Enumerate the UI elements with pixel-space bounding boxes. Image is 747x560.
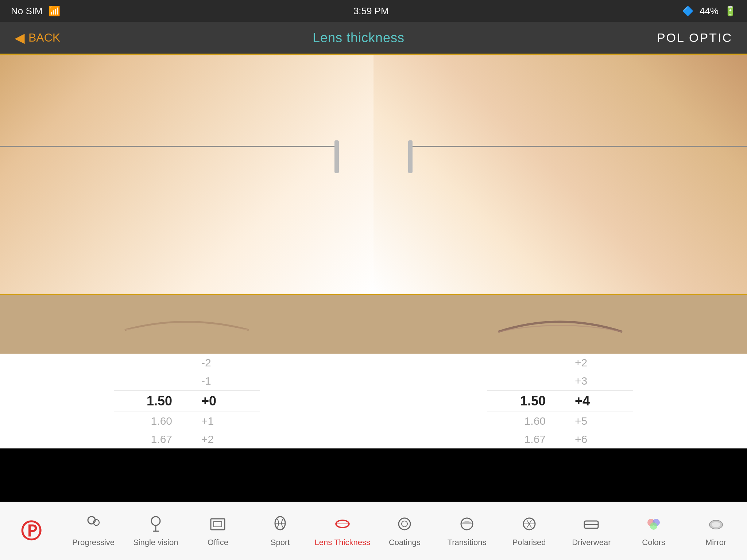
back-arrow-icon: ◀	[15, 30, 25, 46]
tab-mirror[interactable]: Mirror	[685, 502, 747, 560]
picker-row-left-below-1[interactable]: 1.60 +1	[114, 412, 260, 430]
face-image-area	[0, 55, 747, 295]
lens-shape-right-svg	[487, 310, 633, 339]
picker-row-right-selected[interactable]: 1.50 +4	[487, 390, 633, 412]
tab-progressive[interactable]: Progressive	[62, 502, 125, 560]
glasses-arm-left	[0, 146, 337, 147]
carrier-label: No SIM	[11, 5, 43, 17]
face-left	[0, 55, 374, 294]
lens-shape-left	[0, 295, 374, 354]
colors-icon	[645, 515, 663, 536]
tab-lens-thickness-label: Lens Thickness	[314, 538, 370, 547]
driverwear-icon	[582, 515, 600, 536]
picker-row-left-below-2[interactable]: 1.67 +2	[114, 430, 260, 448]
tab-sport-label: Sport	[271, 538, 290, 547]
tab-coatings-label: Coatings	[389, 538, 421, 547]
svg-point-2	[151, 517, 160, 525]
tab-mirror-label: Mirror	[705, 538, 726, 547]
tab-office[interactable]: Office	[187, 502, 249, 560]
tab-sport[interactable]: Sport	[249, 502, 311, 560]
picker-row-right-above-2[interactable]: +3	[487, 372, 633, 390]
nav-bar: ◀ BACK Lens thickness POL OPTIC	[0, 22, 747, 55]
tab-colors-label: Colors	[642, 538, 665, 547]
transitions-icon	[458, 515, 476, 536]
tab-polarised-label: Polarised	[512, 538, 546, 547]
picker-row-left-above-2[interactable]: -1	[114, 372, 260, 390]
page-title: Lens thickness	[313, 30, 405, 46]
brand-logo: POL OPTIC	[657, 31, 732, 45]
sport-icon	[272, 515, 288, 536]
tab-single-vision-label: Single vision	[133, 538, 178, 547]
tab-single-vision[interactable]: Single vision	[124, 502, 187, 560]
tab-driverwear-label: Driverwear	[572, 538, 611, 547]
lens-thickness-icon	[333, 515, 352, 536]
time-label: 3:59 PM	[353, 5, 389, 16]
coatings-icon	[396, 515, 413, 536]
bluetooth-icon: 🔷	[682, 5, 694, 17]
tab-colors[interactable]: Colors	[623, 502, 685, 560]
progressive-icon	[84, 515, 102, 536]
mirror-icon	[707, 515, 725, 536]
svg-point-12	[402, 521, 407, 527]
svg-rect-6	[214, 522, 222, 527]
svg-point-11	[399, 518, 410, 530]
polarised-icon	[520, 515, 538, 536]
picker-row-left-selected[interactable]: 1.50 +0	[114, 390, 260, 412]
picker-row-right-below-1[interactable]: 1.60 +5	[487, 412, 633, 430]
picker-row-right-above-1[interactable]: +2	[487, 354, 633, 372]
single-vision-icon	[148, 515, 164, 536]
face-right	[374, 55, 747, 294]
tab-polarised[interactable]: Polarised	[498, 502, 560, 560]
picker-left[interactable]: -2 -1 1.50 +0 1.60 +1 1.67 +2	[0, 354, 374, 448]
svg-point-21	[712, 522, 720, 527]
tab-driverwear[interactable]: Driverwear	[560, 502, 623, 560]
tab-transitions-label: Transitions	[448, 538, 487, 547]
p-logo-icon: Ⓟ	[21, 521, 41, 541]
tab-office-label: Office	[208, 538, 228, 547]
lens-shape-left-svg	[114, 310, 260, 339]
tab-transitions[interactable]: Transitions	[436, 502, 498, 560]
office-icon	[209, 515, 227, 536]
tab-coatings[interactable]: Coatings	[374, 502, 436, 560]
tab-p-logo[interactable]: Ⓟ	[0, 502, 62, 560]
tab-lens-thickness[interactable]: Lens Thickness	[311, 502, 374, 560]
back-button[interactable]: ◀ BACK	[15, 30, 60, 46]
tab-progressive-label: Progressive	[72, 538, 115, 547]
svg-rect-5	[211, 519, 225, 530]
status-bar: No SIM 📶 3:59 PM 🔷 44% 🔋	[0, 0, 747, 22]
glasses-arm-right	[410, 146, 747, 147]
picker-row-right-below-2[interactable]: 1.67 +6	[487, 430, 633, 448]
wifi-icon: 📶	[49, 5, 60, 17]
picker-row-left-above-1[interactable]: -2	[114, 354, 260, 372]
lens-shape-right	[374, 295, 747, 354]
battery-label: 44%	[700, 5, 719, 17]
battery-icon: 🔋	[724, 5, 736, 17]
tab-bar: Ⓟ Progressive Single vision Office	[0, 502, 747, 560]
data-picker-section[interactable]: -2 -1 1.50 +0 1.60 +1 1.67 +2	[0, 354, 747, 448]
back-label: BACK	[28, 31, 60, 44]
picker-right[interactable]: +2 +3 1.50 +4 1.60 +5 1.67 +6	[374, 354, 747, 448]
svg-point-19	[650, 522, 657, 530]
lens-shape-section	[0, 295, 747, 354]
